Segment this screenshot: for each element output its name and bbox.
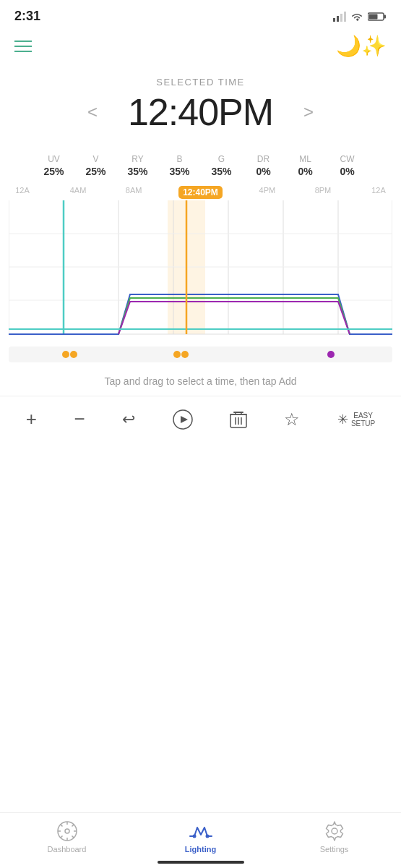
- chart-svg: [9, 200, 392, 345]
- selected-time-label: SELECTED TIME: [0, 77, 401, 88]
- undo-button[interactable]: ↩: [122, 410, 135, 429]
- battery-icon: [368, 12, 387, 22]
- channel-item-cw: CW0%: [327, 154, 368, 177]
- time-axis-label-0: 12A: [12, 186, 33, 199]
- svg-line-41: [72, 825, 74, 827]
- svg-rect-1: [337, 16, 339, 22]
- svg-point-45: [332, 828, 337, 834]
- remove-button[interactable]: −: [74, 408, 85, 430]
- svg-point-43: [192, 835, 196, 838]
- channel-item-g: G35%: [201, 154, 243, 177]
- time-row: < 12:40PM >: [0, 90, 401, 134]
- channel-item-uv: UV25%: [33, 154, 75, 177]
- scrubber-bar[interactable]: [9, 346, 392, 362]
- status-time: 2:31: [14, 9, 40, 24]
- prev-time-button[interactable]: <: [79, 99, 106, 125]
- easy-setup-label: EASYSETUP: [351, 412, 375, 427]
- spacer: [0, 442, 401, 601]
- channel-item-dr: DR0%: [243, 154, 285, 177]
- bottom-tab-bar: Dashboard Lighting Settings: [0, 812, 401, 868]
- svg-point-44: [205, 835, 209, 838]
- favorite-button[interactable]: ☆: [284, 409, 300, 430]
- tab-settings[interactable]: Settings: [306, 820, 363, 854]
- tab-settings-label: Settings: [320, 845, 349, 854]
- easy-setup-button[interactable]: ✳ EASYSETUP: [337, 412, 375, 427]
- delete-button[interactable]: [230, 409, 247, 430]
- time-axis: 12A4AM8AM12:40PM4PM8PM12A: [9, 186, 392, 199]
- wifi-icon: [350, 12, 363, 22]
- tab-lighting[interactable]: Lighting: [172, 820, 230, 854]
- svg-rect-2: [340, 14, 342, 22]
- home-indicator: [158, 861, 244, 864]
- time-axis-label-2: 8AM: [123, 186, 145, 199]
- tab-dashboard-label: Dashboard: [48, 845, 87, 854]
- signal-icon: [333, 12, 346, 22]
- time-display: 12:40PM: [128, 90, 273, 134]
- header: 🌙✨: [0, 28, 401, 64]
- tab-lighting-label: Lighting: [185, 845, 216, 854]
- channel-item-b: B35%: [159, 154, 201, 177]
- svg-rect-6: [369, 14, 378, 19]
- play-icon: [173, 409, 193, 430]
- channel-item-v: V25%: [75, 154, 117, 177]
- time-axis-label-5: 8PM: [312, 186, 334, 199]
- status-icons: [333, 12, 387, 22]
- svg-line-42: [60, 836, 62, 838]
- tab-dashboard[interactable]: Dashboard: [38, 820, 96, 854]
- chart-container[interactable]: 12A4AM8AM12:40PM4PM8PM12A: [9, 186, 392, 362]
- toolbar: + − ↩ ☆ ✳ EASYSETUP: [0, 396, 401, 442]
- sun-icon: ✳: [337, 412, 348, 427]
- add-button[interactable]: +: [26, 408, 37, 430]
- lighting-icon: [189, 820, 213, 842]
- svg-rect-5: [384, 14, 387, 18]
- chart-area[interactable]: [9, 200, 392, 345]
- svg-rect-0: [333, 18, 335, 22]
- channel-item-ml: ML0%: [285, 154, 327, 177]
- instruction-text: Tap and drag to select a time, then tap …: [0, 362, 401, 396]
- night-mode-button[interactable]: 🌙✨: [336, 34, 387, 58]
- time-axis-label-6: 12A: [368, 186, 389, 199]
- trash-icon: [230, 409, 247, 430]
- menu-button[interactable]: [14, 41, 32, 52]
- svg-rect-3: [344, 12, 346, 22]
- dashboard-icon: [56, 820, 78, 842]
- svg-point-34: [65, 829, 69, 833]
- channel-item-ry: RY35%: [117, 154, 159, 177]
- svg-line-39: [60, 825, 62, 827]
- svg-marker-24: [181, 416, 188, 423]
- selected-time-section: SELECTED TIME < 12:40PM >: [0, 64, 401, 141]
- settings-icon: [324, 820, 345, 842]
- play-button[interactable]: [173, 409, 193, 430]
- svg-line-40: [72, 836, 74, 838]
- time-axis-label-3: 12:40PM: [178, 186, 223, 199]
- time-axis-label-4: 4PM: [256, 186, 278, 199]
- status-bar: 2:31: [0, 0, 401, 28]
- next-time-button[interactable]: >: [295, 99, 322, 125]
- channels-row: UV25%V25%RY35%B35%G35%DR0%ML0%CW0%: [0, 141, 401, 182]
- time-axis-label-1: 4AM: [67, 186, 89, 199]
